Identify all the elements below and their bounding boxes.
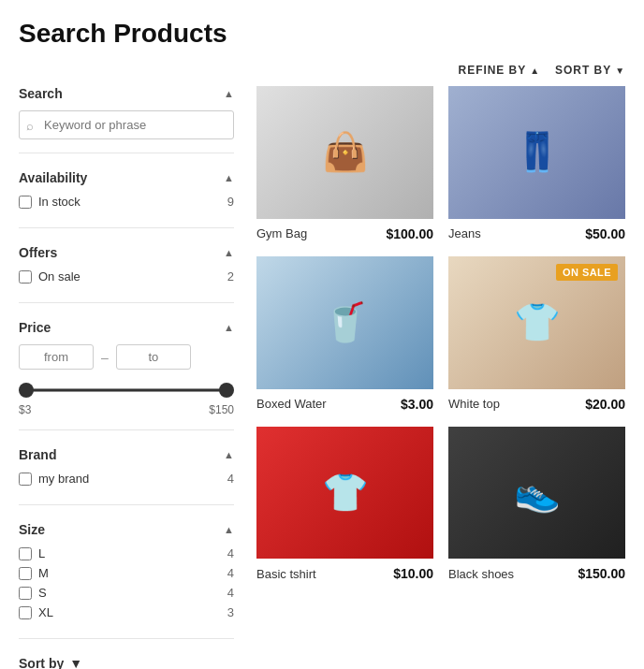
- product-name: Jeans: [448, 226, 481, 240]
- price-label: Price: [19, 320, 51, 335]
- instock-text: In stock: [38, 195, 80, 209]
- product-price: $20.00: [585, 397, 625, 412]
- product-card[interactable]: 🥤Boxed Water$3.00: [256, 256, 433, 412]
- offers-item-onsale: On sale 2: [19, 269, 234, 284]
- price-filter-section: Price ▲ – $3 $150: [19, 320, 234, 430]
- page-title: Search Products: [19, 19, 625, 49]
- product-thumbnail: 👕: [256, 427, 433, 560]
- sidebar: Search ▲ ⌕ Availability ▲ In stock: [19, 86, 234, 669]
- product-thumbnail: 👜: [256, 86, 433, 219]
- search-icon: ⌕: [26, 118, 34, 132]
- product-card[interactable]: 👟Black shoes$150.00: [448, 427, 625, 582]
- instock-label[interactable]: In stock: [19, 195, 80, 209]
- offers-label: Offers: [19, 245, 57, 260]
- mybrand-label[interactable]: my brand: [19, 472, 89, 486]
- product-thumbnail: 🥤: [256, 256, 433, 389]
- onsale-checkbox[interactable]: [19, 270, 32, 284]
- size-item-M: M 4: [19, 566, 234, 580]
- product-price: $3.00: [401, 397, 433, 412]
- price-separator: –: [101, 350, 109, 365]
- price-to-input[interactable]: [116, 344, 191, 370]
- product-name: Boxed Water: [256, 397, 327, 411]
- price-from-input[interactable]: [19, 344, 94, 370]
- product-info: Boxed Water$3.00: [256, 397, 433, 412]
- product-price: $100.00: [386, 226, 433, 241]
- price-slider[interactable]: [19, 381, 234, 400]
- price-heading[interactable]: Price ▲: [19, 320, 234, 335]
- mybrand-checkbox[interactable]: [19, 473, 32, 486]
- search-chevron-icon: ▲: [224, 88, 234, 99]
- size-S-count: 4: [227, 586, 234, 600]
- mybrand-count: 4: [227, 472, 234, 486]
- slider-thumb-right[interactable]: [219, 383, 234, 398]
- on-sale-badge: ON SALE: [556, 264, 618, 281]
- product-thumbnail: 👖: [448, 86, 625, 219]
- size-item-XL: XL 3: [19, 605, 234, 619]
- sort-by-label: Sort by: [19, 656, 64, 669]
- size-M-text: M: [38, 566, 49, 580]
- product-thumbnail: 👟: [448, 427, 625, 560]
- products-grid: 👜Gym Bag$100.00👖Jeans$50.00🥤Boxed Water$…: [256, 86, 625, 581]
- brand-chevron-icon: ▲: [224, 449, 234, 460]
- sort-by-chevron-icon: ▼: [69, 656, 82, 669]
- product-info: White top$20.00: [448, 397, 625, 412]
- product-image-wrapper: 👖: [448, 86, 625, 219]
- size-L-label[interactable]: L: [19, 546, 45, 560]
- brand-heading[interactable]: Brand ▲: [19, 447, 234, 462]
- size-label: Size: [19, 522, 45, 537]
- search-filter-heading[interactable]: Search ▲: [19, 86, 234, 101]
- price-min-label: $3: [19, 403, 31, 416]
- availability-item-instock: In stock 9: [19, 195, 234, 209]
- size-XL-text: XL: [38, 605, 53, 619]
- sort-by-heading[interactable]: Sort by ▼: [19, 656, 234, 669]
- onsale-label[interactable]: On sale: [19, 269, 80, 284]
- offers-heading[interactable]: Offers ▲: [19, 245, 234, 260]
- product-image-wrapper: 🥤: [256, 256, 433, 389]
- availability-filter-section: Availability ▲ In stock 9: [19, 170, 234, 228]
- slider-thumb-left[interactable]: [19, 383, 34, 398]
- size-chevron-icon: ▲: [224, 524, 234, 535]
- product-price: $150.00: [578, 566, 625, 581]
- sort-by-top-chevron-icon: ▼: [615, 65, 625, 76]
- product-image-wrapper: 👜: [256, 86, 433, 219]
- size-item-L: L 4: [19, 546, 234, 560]
- size-M-label[interactable]: M: [19, 566, 49, 580]
- availability-chevron-icon: ▲: [224, 172, 234, 183]
- top-bar: REFINE BY ▲ SORT BY ▼: [19, 64, 625, 77]
- product-image-wrapper: 👕ON SALE: [448, 256, 625, 389]
- size-L-checkbox[interactable]: [19, 547, 32, 560]
- instock-checkbox[interactable]: [19, 196, 32, 209]
- product-info: Jeans$50.00: [448, 226, 625, 241]
- size-XL-checkbox[interactable]: [19, 606, 32, 619]
- search-input[interactable]: [19, 110, 234, 139]
- product-name: Gym Bag: [256, 226, 307, 240]
- availability-heading[interactable]: Availability ▲: [19, 170, 234, 185]
- onsale-text: On sale: [38, 269, 80, 284]
- product-card[interactable]: 👕ON SALEWhite top$20.00: [448, 256, 625, 412]
- size-L-count: 4: [227, 546, 234, 560]
- size-S-checkbox[interactable]: [19, 587, 32, 600]
- product-image-wrapper: 👕: [256, 427, 433, 560]
- size-heading[interactable]: Size ▲: [19, 522, 234, 537]
- price-inputs: –: [19, 344, 234, 370]
- mybrand-text: my brand: [38, 472, 89, 486]
- refine-by-button[interactable]: REFINE BY ▲: [459, 64, 541, 77]
- product-card[interactable]: 👖Jeans$50.00: [448, 86, 625, 241]
- price-chevron-icon: ▲: [224, 322, 234, 333]
- size-XL-label[interactable]: XL: [19, 605, 53, 619]
- size-item-S: S 4: [19, 586, 234, 600]
- search-input-wrapper: ⌕: [19, 110, 234, 139]
- offers-filter-section: Offers ▲ On sale 2: [19, 245, 234, 303]
- slider-fill: [23, 389, 230, 392]
- product-info: Black shoes$150.00: [448, 566, 625, 581]
- size-S-label[interactable]: S: [19, 586, 47, 600]
- brand-label: Brand: [19, 447, 56, 462]
- size-M-checkbox[interactable]: [19, 567, 32, 580]
- offers-chevron-icon: ▲: [224, 247, 234, 258]
- product-card[interactable]: 👜Gym Bag$100.00: [256, 86, 433, 241]
- refine-by-chevron-icon: ▲: [530, 65, 540, 76]
- onsale-count: 2: [227, 269, 234, 284]
- sort-by-top-button[interactable]: SORT BY ▼: [555, 64, 625, 77]
- product-card[interactable]: 👕Basic tshirt$10.00: [256, 427, 433, 582]
- size-L-text: L: [38, 546, 45, 560]
